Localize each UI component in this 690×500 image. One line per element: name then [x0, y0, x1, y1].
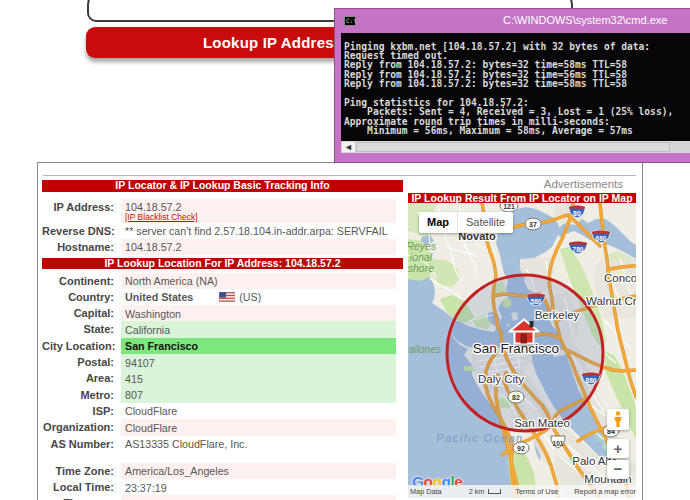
map-label-farallones: Farallones: [408, 344, 441, 355]
table-header-basic-info: IP Locator & IP Lookup Basic Tracking In…: [42, 180, 403, 192]
map-scale-bar: [488, 489, 501, 494]
cmd-window[interactable]: C:\ C:\WINDOWS\system32\cmd.exe Pinging …: [334, 8, 690, 163]
table-row: Continent: North America (NA): [42, 273, 403, 289]
isp-value: CloudFlare: [121, 403, 396, 419]
shield-37: 37: [529, 221, 537, 228]
map-label-san-mateo: San Mateo: [514, 417, 570, 429]
metro-value: 807: [121, 387, 396, 403]
local-time-value: 23:37:19: [121, 479, 396, 495]
table-row: Area: 415: [42, 370, 403, 386]
table-row: Capital: Washington: [42, 305, 403, 321]
cmd-console[interactable]: Pinging kxbm.net [104.18.57.2] with 32 b…: [341, 33, 690, 141]
advertisements-label: Advertisements: [408, 178, 623, 190]
country-code-value: (US): [239, 291, 261, 303]
time-zone-value: America/Los_Angeles: [121, 463, 396, 479]
pegman-control[interactable]: [607, 409, 629, 430]
reverse-dns-value: ** server can't find 2.57.18.104.in-addr…: [121, 223, 396, 239]
table-row: ISP: CloudFlare: [42, 403, 403, 419]
table-row: City Location: San Francisco: [42, 338, 403, 354]
cmd-console-text: Pinging kxbm.net [104.18.57.2] with 32 b…: [344, 42, 690, 136]
shield-880: 880: [586, 377, 597, 384]
map-label-berkeley: Berkeley: [535, 309, 580, 321]
cmd-title-text: C:\WINDOWS\system32\cmd.exe: [503, 14, 667, 26]
map-button[interactable]: Map: [419, 212, 457, 233]
zoom-in-button[interactable]: +: [607, 439, 629, 458]
cmd-icon: C:\: [344, 16, 356, 26]
shield-82: 82: [512, 394, 520, 401]
state-value: California: [121, 321, 396, 337]
table-row: Metro: 807: [42, 387, 403, 403]
table-row: Organization: CloudFlare: [42, 419, 403, 435]
map-label-reyes-3: shore: [408, 262, 434, 274]
shield-121: 121: [503, 203, 515, 210]
map-label-daly-city: Daly City: [478, 373, 524, 385]
area-value: 415: [121, 370, 396, 386]
cmd-title-bar[interactable]: C:\ C:\WINDOWS\system32\cmd.exe: [335, 9, 690, 32]
ip-blacklist-check-link[interactable]: [IP Blacklist Check]: [125, 213, 396, 222]
table-row: Country: United States(US): [42, 289, 403, 305]
shield-580: 580: [531, 298, 542, 305]
cmd-horizontal-scrollbar[interactable]: ◄: [341, 141, 690, 153]
table-top-divider: [43, 175, 636, 176]
postal-value: 94107: [121, 354, 396, 370]
satellite-button[interactable]: Satellite: [457, 212, 513, 233]
country-value: United States: [125, 291, 193, 303]
scroll-thumb[interactable]: [356, 142, 670, 152]
lookup-ip-button-label: Lookup IP Address...: [203, 27, 355, 58]
table-row: Hostname: 104.18.57.2: [42, 239, 403, 255]
map-scale-label: 2 km: [469, 487, 485, 496]
google-map[interactable]: Novato Concord Walnut Creek Berkeley San…: [408, 203, 636, 498]
pegman-icon: [613, 411, 623, 428]
shield-80: 80: [573, 210, 581, 217]
shield-101: 101: [553, 440, 564, 447]
table-row: AS Number: AS13335 CloudFlare, Inc.: [42, 436, 403, 452]
map-type-buttons: Map Satellite: [419, 212, 513, 233]
map-attribution-bar: Map Data 2 km Terms of Use Report a map …: [408, 485, 636, 498]
scroll-left-arrow[interactable]: ◄: [342, 142, 355, 152]
zoom-out-button[interactable]: −: [607, 460, 629, 479]
capital-value: Washington: [121, 305, 396, 321]
map-label-walnut-creek: Walnut Creek: [586, 295, 636, 307]
terms-of-use-link[interactable]: Terms of Use: [515, 487, 558, 496]
content-panel: Advertisements IP Locator & IP Lookup Ba…: [37, 162, 643, 500]
us-flag-icon: [219, 292, 235, 304]
report-map-error-link[interactable]: Report a map error: [574, 487, 636, 496]
ip-info-table: IP Locator & IP Lookup Basic Tracking In…: [42, 180, 403, 500]
table-row: Local Time: 23:37:19: [42, 479, 403, 495]
table-row: Postal: 94107: [42, 354, 403, 370]
table-header-location: IP Lookup Location For IP Address: 104.1…: [42, 258, 403, 270]
table-row: Reverse DNS: ** server can't find 2.57.1…: [42, 223, 403, 239]
map-label-pacific-ocean: Pacific Ocean: [436, 432, 523, 444]
map-header: IP Lookup Result From IP Locator on IP M…: [408, 193, 636, 204]
shield-101-icon: 101: [551, 436, 565, 448]
table-row: IP Address: 104.18.57.2 [IP Blacklist Ch…: [42, 199, 403, 223]
map-data-label[interactable]: Map Data: [410, 487, 442, 496]
organization-value: CloudFlare: [121, 419, 396, 435]
table-row: State: California: [42, 321, 403, 337]
map-label-concord: Concord: [604, 272, 636, 284]
hostname-value: 104.18.57.2: [121, 239, 396, 255]
shield-92: 92: [517, 445, 525, 452]
shield-680: 680: [596, 235, 607, 242]
table-row: Timezone: [42, 495, 403, 500]
continent-value: North America (NA): [121, 273, 396, 289]
map-canvas: Novato Concord Walnut Creek Berkeley San…: [408, 203, 636, 498]
table-row: Time Zone: America/Los_Angeles: [42, 463, 403, 479]
city-value: San Francisco: [121, 338, 396, 354]
as-number-value: AS13335 CloudFlare, Inc.: [121, 436, 396, 452]
shield-780: 780: [573, 246, 584, 253]
